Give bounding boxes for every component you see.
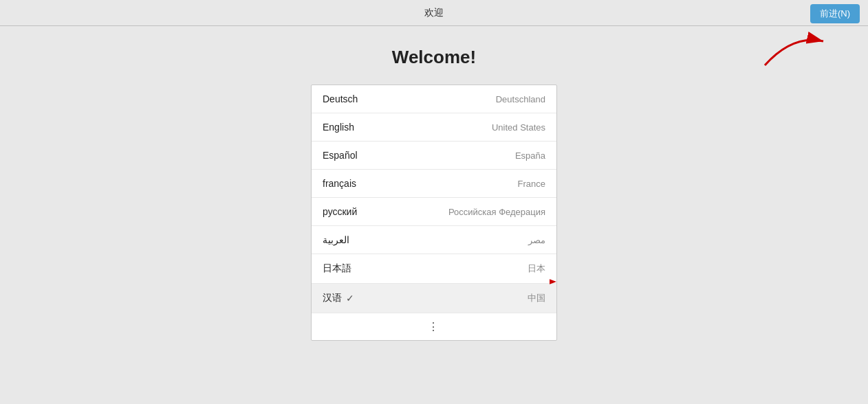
language-name-chinese: 汉语 ✓	[323, 292, 354, 304]
titlebar-title: 欢迎	[424, 7, 444, 19]
language-name-arabic: العربية	[323, 234, 349, 245]
language-region-arabic: مصر	[528, 235, 545, 245]
language-name-francais: français	[323, 178, 356, 189]
language-region-chinese: 中国	[528, 292, 545, 304]
checkmark-icon: ✓	[346, 293, 354, 304]
language-region-russian: Российская Федерация	[448, 207, 545, 217]
main-content: Welcome! Deutsch Deutschland English Uni…	[0, 26, 868, 404]
language-region-japanese: 日本	[528, 262, 545, 275]
language-row-japanese[interactable]: 日本語 日本	[312, 254, 556, 284]
language-row-russian[interactable]: русский Российская Федерация	[312, 198, 556, 226]
language-row-chinese[interactable]: 汉语 ✓ 中国	[312, 284, 556, 313]
welcome-heading: Welcome!	[392, 47, 476, 68]
language-name-english: English	[323, 122, 354, 133]
more-options-button[interactable]: ⋮	[312, 313, 556, 340]
language-row-deutsch[interactable]: Deutsch Deutschland	[312, 85, 556, 113]
language-row-francais[interactable]: français France	[312, 170, 556, 198]
arrow-chinese-indicator	[550, 265, 557, 299]
language-row-english[interactable]: English United States	[312, 113, 556, 142]
language-region-deutsch: Deutschland	[496, 94, 545, 104]
language-name-russian: русский	[323, 206, 357, 217]
language-name-espanol: Español	[323, 150, 358, 161]
language-list: Deutsch Deutschland English United State…	[311, 85, 557, 341]
titlebar: 欢迎 前进(N)	[0, 0, 868, 26]
arrow-next-indicator	[751, 27, 834, 69]
language-row-espanol[interactable]: Español España	[312, 142, 556, 170]
language-region-francais: France	[518, 179, 545, 189]
next-button[interactable]: 前进(N)	[810, 4, 860, 23]
language-region-espanol: España	[515, 150, 545, 161]
language-region-english: United States	[492, 122, 545, 133]
language-name-japanese: 日本語	[323, 262, 351, 275]
language-row-arabic[interactable]: العربية مصر	[312, 226, 556, 254]
language-name-deutsch: Deutsch	[323, 93, 358, 104]
